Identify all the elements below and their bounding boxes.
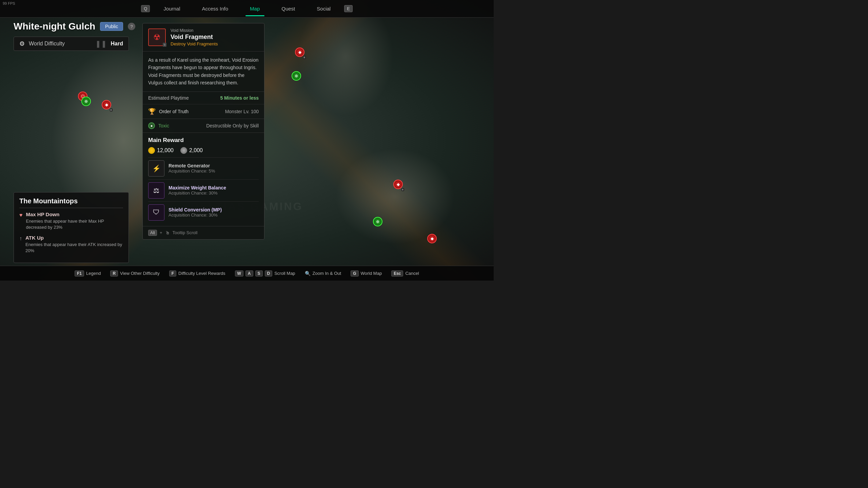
reward-section: Main Reward 12,000 2,000 ⚡ Remote Genera… — [143, 133, 264, 226]
mission-panel: ☢ II Void Mission Void Fragment Destroy … — [142, 23, 264, 240]
map-marker-2[interactable]: ◆II — [102, 100, 111, 109]
difficulty-separator: ❚❚ — [95, 40, 107, 48]
reward-item-2-chance: Acquisition Chance: 30% — [169, 190, 226, 196]
reward-item-1-chance: Acquisition Chance: 5% — [169, 168, 215, 174]
q-key[interactable]: Q — [141, 5, 150, 12]
tooltip-hint: Alt + 🖱 Tooltip Scroll — [143, 226, 264, 239]
max-hp-effect-name: Max HP Down — [26, 211, 123, 217]
top-navigation: 99 FPS Q Journal Access Info Map Quest S… — [0, 0, 494, 18]
a-key[interactable]: A — [245, 270, 253, 277]
map-marker-7[interactable]: ⊕ — [373, 217, 382, 226]
mission-icon: ☢ II — [148, 28, 166, 46]
public-badge[interactable]: Public — [100, 22, 123, 31]
alt-key: Alt — [148, 230, 157, 236]
action-scroll-map[interactable]: W A S D Scroll Map — [235, 270, 295, 277]
tooltip-scroll-icon: 🖱 — [165, 230, 170, 236]
zoom-label: Zoom In & Out — [313, 271, 341, 276]
gear-amount: 2,000 — [189, 147, 203, 154]
region-effect-2: ↑ ATK Up Enemies that appear have their … — [19, 235, 123, 254]
cancel-label: Cancel — [405, 271, 419, 276]
action-zoom[interactable]: 🔍 Zoom In & Out — [305, 271, 341, 276]
atk-up-icon: ↑ — [19, 236, 22, 242]
e-key[interactable]: E — [344, 5, 353, 12]
max-hp-icon: ♥ — [19, 212, 23, 218]
difficulty-rewards-label: Difficulty Level Rewards — [178, 271, 225, 276]
mission-type: Void Mission — [171, 28, 218, 33]
status-name: Toxic — [158, 123, 203, 128]
mission-playtime-row: Estimated Playtime 5 Minutes or less — [143, 92, 264, 104]
reward-item-1: ⚡ Remote Generator Acquisition Chance: 5… — [148, 157, 259, 179]
scroll-map-label: Scroll Map — [274, 271, 295, 276]
other-difficulty-label: View Other Difficulty — [120, 271, 160, 276]
difficulty-label: World Difficulty — [29, 41, 91, 47]
bottom-bar: F1 Legend R View Other Difficulty F Diff… — [0, 266, 494, 281]
f-key[interactable]: F — [169, 270, 176, 277]
reward-item-3: 🛡 Shield Conversion (MP) Acquisition Cha… — [148, 201, 259, 223]
playtime-value: 5 Minutes or less — [220, 95, 259, 101]
tab-quest[interactable]: Quest — [271, 1, 306, 16]
world-title: White-night Gulch — [14, 21, 95, 32]
nav-items: Q Journal Access Info Map Quest Social E — [0, 1, 494, 16]
reward-item-2: ⚖ Maximize Weight Balance Acquisition Ch… — [148, 179, 259, 201]
action-world-map[interactable]: G World Map — [351, 270, 382, 277]
tab-map[interactable]: Map — [239, 1, 271, 16]
action-cancel[interactable]: Esc Cancel — [391, 270, 419, 277]
d-key[interactable]: D — [265, 270, 273, 277]
s-key[interactable]: S — [255, 270, 263, 277]
reward-item-1-info: Remote Generator Acquisition Chance: 5% — [169, 163, 215, 174]
reward-item-2-info: Maximize Weight Balance Acquisition Chan… — [169, 185, 226, 196]
tab-social[interactable]: Social — [306, 1, 341, 16]
esc-key[interactable]: Esc — [391, 270, 403, 277]
region-panel: The Mountaintops ♥ Max HP Down Enemies t… — [14, 192, 129, 263]
reward-item-3-info: Shield Conversion (MP) Acquisition Chanc… — [169, 207, 222, 218]
tab-journal[interactable]: Journal — [153, 1, 191, 16]
action-view-other-difficulty[interactable]: R View Other Difficulty — [110, 270, 159, 277]
map-marker-8[interactable]: ◆ — [427, 234, 437, 243]
gold-icon — [148, 147, 155, 154]
reward-gear-points: 2,000 — [180, 147, 203, 154]
status-desc: Destructible Only by Skill — [206, 123, 259, 128]
region-name: The Mountaintops — [19, 197, 123, 208]
map-marker-4[interactable]: ◆II — [295, 47, 304, 57]
mission-name: Void Fragment — [171, 34, 218, 41]
info-icon[interactable]: ? — [128, 23, 135, 30]
difficulty-icon: ⚙ — [19, 40, 25, 47]
legend-label: Legend — [86, 271, 101, 276]
atk-up-effect-desc: Enemies that appear have their ATK incre… — [25, 242, 123, 254]
tooltip-scroll-label: Tooltip Scroll — [173, 230, 198, 235]
map-marker-6[interactable]: ◆II — [393, 180, 403, 189]
difficulty-bar[interactable]: ⚙ World Difficulty ❚❚ Hard — [14, 37, 129, 51]
mission-subtitle: Destroy Void Fragments — [171, 41, 218, 46]
reward-title: Main Reward — [148, 137, 259, 144]
region-effect-1: ♥ Max HP Down Enemies that appear have t… — [19, 211, 123, 230]
action-difficulty-rewards[interactable]: F Difficulty Level Rewards — [169, 270, 225, 277]
tooltip-plus: + — [160, 230, 162, 235]
faction-name: Order of Truth — [159, 109, 222, 114]
g-key[interactable]: G — [351, 270, 358, 277]
tab-access-info[interactable]: Access Info — [191, 1, 239, 16]
gold-amount: 12,000 — [157, 147, 174, 154]
reward-currency: 12,000 2,000 — [148, 147, 259, 154]
reward-item-1-name: Remote Generator — [169, 163, 215, 168]
mission-status-row: ● Toxic Destructible Only by Skill — [143, 119, 264, 133]
f1-key[interactable]: F1 — [75, 270, 84, 277]
faction-level: Monster Lv. 100 — [225, 109, 259, 114]
action-legend[interactable]: F1 Legend — [75, 270, 101, 277]
mission-title-block: Void Mission Void Fragment Destroy Void … — [171, 28, 218, 46]
reward-item-1-icon: ⚡ — [148, 160, 164, 177]
r-key[interactable]: R — [110, 270, 118, 277]
mission-faction: 🏆 Order of Truth Monster Lv. 100 — [143, 104, 264, 119]
mission-pause-badge: II — [163, 43, 166, 47]
title-area: White-night Gulch Public ? — [14, 21, 135, 32]
map-marker-5[interactable]: ⊕ — [292, 71, 301, 81]
reward-gold: 12,000 — [148, 147, 174, 154]
playtime-label: Estimated Playtime — [148, 95, 189, 101]
w-key[interactable]: W — [235, 270, 243, 277]
status-circle: ● — [148, 122, 155, 129]
reward-item-3-name: Shield Conversion (MP) — [169, 207, 222, 212]
reward-item-3-icon: 🛡 — [148, 204, 164, 221]
reward-item-2-name: Maximize Weight Balance — [169, 185, 226, 190]
world-map-label: World Map — [361, 271, 382, 276]
map-marker-3[interactable]: ⊕ — [81, 97, 91, 106]
reward-item-2-icon: ⚖ — [148, 182, 164, 199]
